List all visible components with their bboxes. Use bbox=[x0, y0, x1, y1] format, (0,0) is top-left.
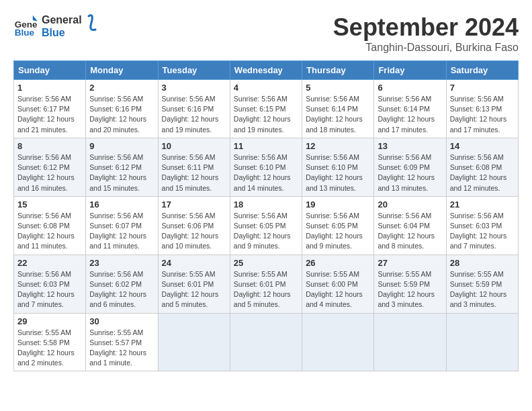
table-row: 25Sunrise: 5:55 AM Sunset: 6:01 PM Dayli… bbox=[230, 255, 302, 313]
table-row: 9Sunrise: 5:56 AM Sunset: 6:12 PM Daylig… bbox=[86, 138, 158, 196]
table-row: 2Sunrise: 5:56 AM Sunset: 6:16 PM Daylig… bbox=[86, 80, 158, 138]
day-info: Sunrise: 5:56 AM Sunset: 6:10 PM Dayligh… bbox=[306, 152, 370, 193]
day-number: 6 bbox=[378, 83, 442, 93]
day-number: 19 bbox=[306, 199, 370, 210]
table-row bbox=[230, 313, 302, 371]
logo-text-general: General bbox=[42, 13, 82, 26]
day-number: 28 bbox=[450, 258, 515, 268]
col-saturday: Saturday bbox=[446, 61, 518, 80]
table-row: 18Sunrise: 5:56 AM Sunset: 6:05 PM Dayli… bbox=[230, 196, 302, 255]
page-header: General Blue General Blue September 2024… bbox=[13, 13, 519, 54]
day-number: 18 bbox=[234, 199, 298, 210]
table-row: 26Sunrise: 5:55 AM Sunset: 6:00 PM Dayli… bbox=[302, 255, 374, 313]
day-info: Sunrise: 5:56 AM Sunset: 6:14 PM Dayligh… bbox=[378, 94, 442, 135]
day-info: Sunrise: 5:55 AM Sunset: 5:59 PM Dayligh… bbox=[450, 269, 515, 310]
calendar-header-row: Sunday Monday Tuesday Wednesday Thursday… bbox=[14, 61, 519, 80]
calendar-week-row: 22Sunrise: 5:56 AM Sunset: 6:03 PM Dayli… bbox=[14, 255, 519, 313]
table-row: 7Sunrise: 5:56 AM Sunset: 6:13 PM Daylig… bbox=[446, 80, 518, 138]
col-sunday: Sunday bbox=[14, 61, 86, 80]
col-friday: Friday bbox=[374, 61, 446, 80]
table-row: 23Sunrise: 5:56 AM Sunset: 6:02 PM Dayli… bbox=[86, 255, 158, 313]
table-row: 16Sunrise: 5:56 AM Sunset: 6:07 PM Dayli… bbox=[86, 196, 158, 255]
day-info: Sunrise: 5:55 AM Sunset: 6:01 PM Dayligh… bbox=[234, 269, 298, 310]
day-info: Sunrise: 5:55 AM Sunset: 5:59 PM Dayligh… bbox=[378, 269, 442, 310]
table-row: 17Sunrise: 5:56 AM Sunset: 6:06 PM Dayli… bbox=[158, 196, 230, 255]
day-number: 23 bbox=[89, 258, 154, 268]
table-row: 6Sunrise: 5:56 AM Sunset: 6:14 PM Daylig… bbox=[374, 80, 446, 138]
col-wednesday: Wednesday bbox=[230, 61, 302, 80]
day-info: Sunrise: 5:56 AM Sunset: 6:05 PM Dayligh… bbox=[306, 211, 370, 252]
day-number: 12 bbox=[306, 141, 370, 151]
calendar-table: Sunday Monday Tuesday Wednesday Thursday… bbox=[13, 60, 519, 371]
table-row: 4Sunrise: 5:56 AM Sunset: 6:15 PM Daylig… bbox=[230, 80, 302, 138]
table-row: 24Sunrise: 5:55 AM Sunset: 6:01 PM Dayli… bbox=[158, 255, 230, 313]
day-number: 21 bbox=[450, 199, 515, 210]
table-row: 30Sunrise: 5:55 AM Sunset: 5:57 PM Dayli… bbox=[86, 313, 158, 371]
logo-text-blue: Blue bbox=[42, 26, 82, 39]
table-row: 3Sunrise: 5:56 AM Sunset: 6:16 PM Daylig… bbox=[158, 80, 230, 138]
day-info: Sunrise: 5:56 AM Sunset: 6:16 PM Dayligh… bbox=[89, 94, 154, 135]
day-info: Sunrise: 5:56 AM Sunset: 6:12 PM Dayligh… bbox=[89, 152, 154, 193]
day-info: Sunrise: 5:56 AM Sunset: 6:16 PM Dayligh… bbox=[162, 94, 226, 135]
day-info: Sunrise: 5:56 AM Sunset: 6:08 PM Dayligh… bbox=[450, 152, 515, 193]
day-number: 2 bbox=[89, 83, 154, 93]
table-row: 10Sunrise: 5:56 AM Sunset: 6:11 PM Dayli… bbox=[158, 138, 230, 196]
day-info: Sunrise: 5:56 AM Sunset: 6:14 PM Dayligh… bbox=[306, 94, 370, 135]
table-row: 22Sunrise: 5:56 AM Sunset: 6:03 PM Dayli… bbox=[14, 255, 86, 313]
table-row: 1Sunrise: 5:56 AM Sunset: 6:17 PM Daylig… bbox=[14, 80, 86, 138]
day-info: Sunrise: 5:56 AM Sunset: 6:04 PM Dayligh… bbox=[378, 211, 442, 252]
day-number: 16 bbox=[89, 199, 154, 210]
day-number: 24 bbox=[162, 258, 226, 268]
table-row: 19Sunrise: 5:56 AM Sunset: 6:05 PM Dayli… bbox=[302, 196, 374, 255]
col-thursday: Thursday bbox=[302, 61, 374, 80]
table-row bbox=[446, 313, 518, 371]
day-number: 26 bbox=[306, 258, 370, 268]
day-number: 15 bbox=[17, 199, 82, 210]
location: Tanghin-Dassouri, Burkina Faso bbox=[333, 42, 519, 54]
table-row: 5Sunrise: 5:56 AM Sunset: 6:14 PM Daylig… bbox=[302, 80, 374, 138]
day-info: Sunrise: 5:56 AM Sunset: 6:12 PM Dayligh… bbox=[17, 152, 82, 193]
day-number: 29 bbox=[17, 316, 82, 326]
day-info: Sunrise: 5:56 AM Sunset: 6:03 PM Dayligh… bbox=[450, 211, 515, 252]
table-row: 13Sunrise: 5:56 AM Sunset: 6:09 PM Dayli… bbox=[374, 138, 446, 196]
day-number: 20 bbox=[378, 199, 442, 210]
day-number: 27 bbox=[378, 258, 442, 268]
day-info: Sunrise: 5:55 AM Sunset: 5:57 PM Dayligh… bbox=[89, 328, 154, 369]
svg-text:Blue: Blue bbox=[15, 28, 35, 38]
day-info: Sunrise: 5:56 AM Sunset: 6:13 PM Dayligh… bbox=[450, 94, 515, 135]
day-number: 1 bbox=[17, 83, 82, 93]
day-number: 3 bbox=[162, 83, 226, 93]
day-info: Sunrise: 5:56 AM Sunset: 6:07 PM Dayligh… bbox=[89, 211, 154, 252]
logo-icon: General Blue bbox=[13, 14, 38, 38]
table-row: 28Sunrise: 5:55 AM Sunset: 5:59 PM Dayli… bbox=[446, 255, 518, 313]
day-number: 13 bbox=[378, 141, 442, 151]
calendar-week-row: 15Sunrise: 5:56 AM Sunset: 6:08 PM Dayli… bbox=[14, 196, 519, 255]
day-info: Sunrise: 5:56 AM Sunset: 6:10 PM Dayligh… bbox=[234, 152, 298, 193]
day-number: 8 bbox=[17, 141, 82, 151]
day-info: Sunrise: 5:56 AM Sunset: 6:02 PM Dayligh… bbox=[89, 269, 154, 310]
day-number: 5 bbox=[306, 83, 370, 93]
day-number: 4 bbox=[234, 83, 298, 93]
table-row: 20Sunrise: 5:56 AM Sunset: 6:04 PM Dayli… bbox=[374, 196, 446, 255]
day-number: 11 bbox=[234, 141, 298, 151]
table-row bbox=[158, 313, 230, 371]
day-info: Sunrise: 5:56 AM Sunset: 6:03 PM Dayligh… bbox=[17, 269, 82, 310]
title-block: September 2024 Tanghin-Dassouri, Burkina… bbox=[333, 13, 519, 54]
calendar-week-row: 29Sunrise: 5:55 AM Sunset: 5:58 PM Dayli… bbox=[14, 313, 519, 371]
day-info: Sunrise: 5:56 AM Sunset: 6:05 PM Dayligh… bbox=[234, 211, 298, 252]
day-number: 9 bbox=[89, 141, 154, 151]
day-info: Sunrise: 5:56 AM Sunset: 6:09 PM Dayligh… bbox=[378, 152, 442, 193]
table-row bbox=[374, 313, 446, 371]
table-row: 14Sunrise: 5:56 AM Sunset: 6:08 PM Dayli… bbox=[446, 138, 518, 196]
day-info: Sunrise: 5:55 AM Sunset: 6:00 PM Dayligh… bbox=[306, 269, 370, 310]
table-row bbox=[302, 313, 374, 371]
day-info: Sunrise: 5:56 AM Sunset: 6:06 PM Dayligh… bbox=[162, 211, 226, 252]
table-row: 21Sunrise: 5:56 AM Sunset: 6:03 PM Dayli… bbox=[446, 196, 518, 255]
table-row: 8Sunrise: 5:56 AM Sunset: 6:12 PM Daylig… bbox=[14, 138, 86, 196]
day-info: Sunrise: 5:55 AM Sunset: 6:01 PM Dayligh… bbox=[162, 269, 226, 310]
table-row: 15Sunrise: 5:56 AM Sunset: 6:08 PM Dayli… bbox=[14, 196, 86, 255]
col-monday: Monday bbox=[86, 61, 158, 80]
table-row: 12Sunrise: 5:56 AM Sunset: 6:10 PM Dayli… bbox=[302, 138, 374, 196]
table-row: 11Sunrise: 5:56 AM Sunset: 6:10 PM Dayli… bbox=[230, 138, 302, 196]
day-info: Sunrise: 5:56 AM Sunset: 6:15 PM Dayligh… bbox=[234, 94, 298, 135]
